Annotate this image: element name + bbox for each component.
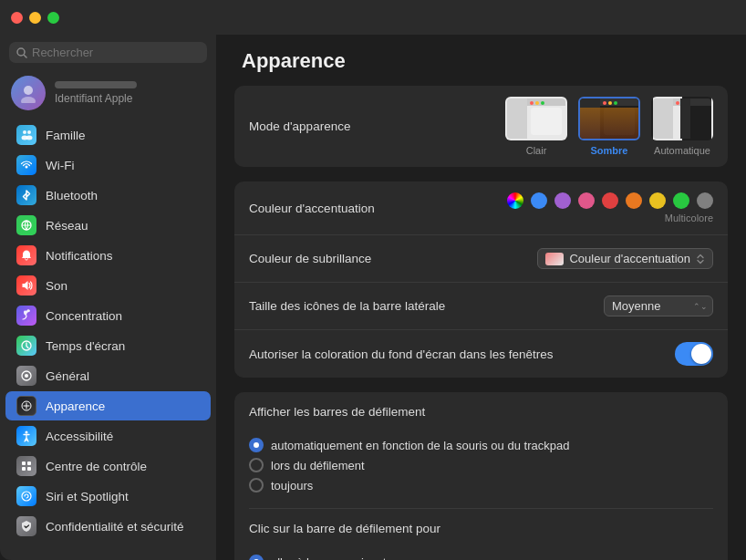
sidebar-label-notifications: Notifications: [46, 249, 113, 263]
click-radio-group: aller à la page suivante aller à l'endro…: [234, 539, 728, 560]
accent-default-label: Multicolore: [665, 213, 713, 223]
click-title: Clic sur la barre de défilement pour: [234, 509, 728, 539]
close-button[interactable]: [11, 12, 23, 24]
notifications-icon: [16, 245, 36, 265]
sidebar-item-wifi[interactable]: Wi-Fi: [5, 150, 211, 180]
svg-point-2: [24, 86, 33, 95]
subrillance-row: Couleur de subrillance Couleur d'accentu…: [234, 235, 728, 283]
wifi-icon: [16, 155, 36, 175]
taille-select-wrapper: Moyenne Petite Grande: [604, 296, 713, 316]
main-content: Apparence Mode d'apparence Clair: [216, 0, 746, 560]
general-icon: [16, 366, 36, 386]
taille-label: Taille des icônes de la barre latérale: [249, 299, 445, 313]
sidebar-item-temps[interactable]: Temps d'écran: [5, 331, 211, 360]
sidebar-label-son: Son: [46, 279, 67, 293]
sidebar: Identifiant Apple Famille: [0, 0, 216, 560]
color-blue[interactable]: [531, 192, 547, 209]
temps-icon: [16, 336, 36, 356]
sidebar-item-reseau[interactable]: Réseau: [5, 211, 211, 240]
fond-toggle[interactable]: [675, 342, 713, 366]
appearance-sombre[interactable]: Sombre: [578, 97, 640, 156]
color-pink[interactable]: [578, 192, 595, 209]
appearance-automatique[interactable]: Automatique: [651, 97, 713, 156]
appearance-clair[interactable]: Clair: [505, 97, 567, 156]
sidebar-label-bluetooth: Bluetooth: [46, 189, 98, 202]
sidebar-label-siri: Siri et Spotlight: [46, 490, 129, 503]
scroll-auto-radio[interactable]: [249, 438, 264, 452]
svg-point-13: [26, 431, 28, 434]
appearance-mode-row: Mode d'apparence Clair: [234, 86, 728, 167]
svg-rect-16: [22, 467, 26, 471]
sidebar-item-notifications[interactable]: Notifications: [5, 241, 211, 270]
user-profile[interactable]: Identifiant Apple: [0, 70, 216, 116]
fond-row: Autoriser la coloration du fond d'écran …: [234, 330, 728, 378]
sidebar-label-centre: Centre de contrôle: [46, 460, 147, 473]
color-yellow[interactable]: [649, 192, 666, 209]
accent-section: Couleur d'accentuation Multicolore Coule…: [234, 181, 728, 378]
subrillance-swatch: [545, 253, 564, 265]
color-orange[interactable]: [626, 192, 642, 209]
subrillance-value: Couleur d'accentuation: [569, 252, 690, 265]
scroll-scroll-radio[interactable]: [249, 458, 264, 472]
color-red[interactable]: [602, 192, 618, 209]
svg-rect-17: [27, 467, 31, 471]
reseau-icon: [16, 215, 36, 235]
svg-point-0: [17, 48, 25, 56]
scroll-toujours-item[interactable]: toujours: [249, 475, 713, 495]
click-next-label: aller à la page suivante: [271, 555, 393, 561]
subrillance-control[interactable]: Couleur d'accentuation: [537, 248, 713, 269]
search-icon: [16, 47, 27, 58]
accent-row: Couleur d'accentuation Multicolore: [234, 181, 728, 235]
sidebar-item-confidentialite[interactable]: Confidentialité et sécurité: [5, 512, 211, 541]
svg-point-5: [27, 130, 31, 134]
chevron-updown-icon: [696, 254, 705, 264]
fond-label: Autoriser la coloration du fond d'écran …: [249, 347, 554, 361]
color-purple[interactable]: [554, 192, 571, 209]
scroll-section: Afficher les barres de défilement automa…: [234, 392, 728, 560]
scroll-auto-item[interactable]: automatiquement en fonction de la souris…: [249, 435, 713, 455]
sidebar-label-confidentialite: Confidentialité et sécurité: [46, 520, 184, 534]
color-dots: [507, 192, 713, 209]
scroll-scroll-item[interactable]: lors du défilement: [249, 455, 713, 475]
user-label: Identifiant Apple: [55, 92, 137, 105]
scroll-toujours-radio[interactable]: [249, 478, 264, 493]
sidebar-label-concentration: Concentration: [46, 309, 122, 323]
automatique-label: Automatique: [654, 145, 710, 156]
accent-label: Couleur d'accentuation: [249, 202, 375, 215]
color-green[interactable]: [673, 192, 689, 209]
sidebar-label-accessibilite: Accessibilité: [46, 430, 113, 443]
minimize-button[interactable]: [29, 12, 41, 24]
color-multicolor[interactable]: [507, 192, 523, 209]
scroll-scroll-label: lors du défilement: [271, 459, 365, 472]
sidebar-item-siri[interactable]: Siri et Spotlight: [5, 482, 211, 511]
sidebar-item-famille[interactable]: Famille: [5, 120, 211, 150]
search-bar[interactable]: [9, 42, 207, 63]
sidebar-label-famille: Famille: [46, 129, 86, 142]
sidebar-item-bluetooth[interactable]: Bluetooth: [5, 181, 211, 210]
user-info: Identifiant Apple: [55, 81, 137, 105]
scroll-radio-group: automatiquement en fonction de la souris…: [234, 422, 728, 508]
sidebar-label-general: Général: [46, 369, 89, 383]
toggle-thumb: [691, 344, 711, 364]
scroll-title: Afficher les barres de défilement: [234, 392, 728, 422]
color-gray[interactable]: [697, 192, 713, 209]
appearance-mode-control: Clair Sombre: [505, 97, 713, 156]
sidebar-label-apparence: Apparence: [46, 399, 105, 413]
click-next-radio[interactable]: [249, 555, 264, 560]
click-next-item[interactable]: aller à la page suivante: [249, 552, 713, 560]
sidebar-item-concentration[interactable]: Concentration: [5, 301, 211, 330]
thumb-sombre: [578, 97, 640, 140]
svg-rect-15: [27, 461, 31, 465]
sidebar-item-accessibilite[interactable]: Accessibilité: [5, 421, 211, 451]
page-title: Apparence: [216, 35, 746, 86]
search-input[interactable]: [32, 46, 200, 59]
sidebar-item-general[interactable]: Général: [5, 361, 211, 390]
sidebar-item-apparence[interactable]: Apparence: [5, 391, 211, 420]
appearance-mode-section: Mode d'apparence Clair: [234, 86, 728, 167]
confidentialite-icon: [16, 516, 36, 536]
taille-select[interactable]: Moyenne Petite Grande: [604, 296, 713, 316]
maximize-button[interactable]: [47, 12, 59, 24]
sidebar-item-centre[interactable]: Centre de contrôle: [5, 451, 211, 481]
svg-rect-14: [22, 461, 26, 465]
sidebar-item-son[interactable]: Son: [5, 271, 211, 300]
